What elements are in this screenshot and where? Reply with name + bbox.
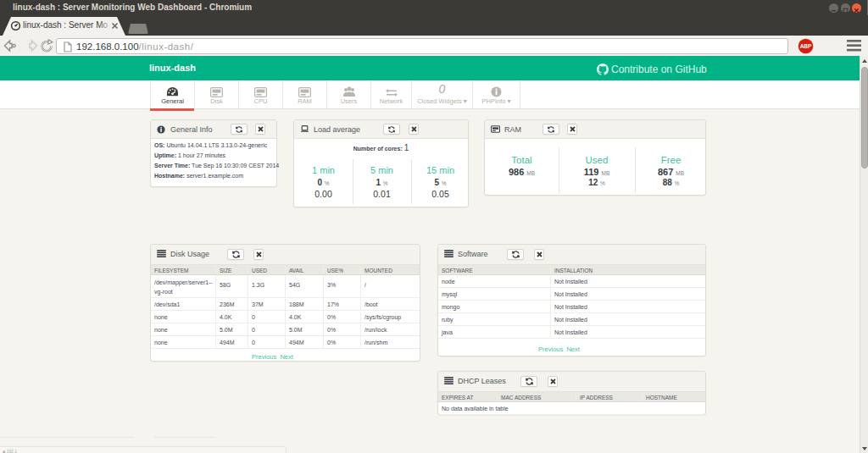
svg-text:ABP: ABP bbox=[800, 43, 812, 49]
